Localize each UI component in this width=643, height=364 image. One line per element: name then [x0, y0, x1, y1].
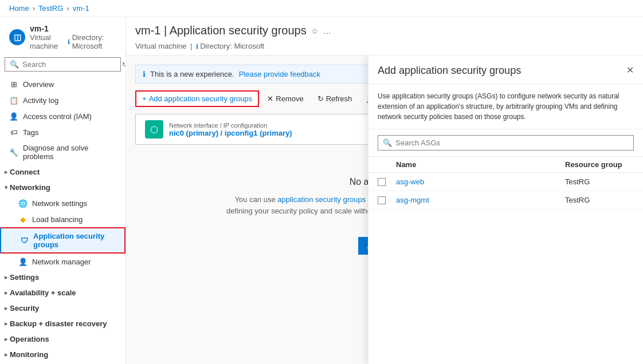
load-balancing-icon: ◆ [18, 215, 28, 224]
page-title: vm-1 | Application security groups [135, 24, 307, 37]
asg-search-input[interactable] [395, 139, 629, 147]
sidebar-vm-subtitle: Virtual machine ℹ Directory: Microsoft [30, 33, 116, 50]
add-asg-button[interactable]: + Add application security groups [135, 90, 259, 107]
sidebar: ◫ vm-1 Virtual machine ℹ Directory: Micr… [0, 17, 126, 364]
networking-chevron-icon [5, 184, 7, 191]
remove-label: Remove [276, 94, 303, 103]
sidebar-item-label: Load balancing [32, 215, 83, 224]
more-icon[interactable]: … [323, 26, 331, 35]
sidebar-item-diagnose[interactable]: 🔧 Diagnose and solve problems [0, 140, 126, 164]
app-security-groups-icon: 🛡 [19, 236, 29, 245]
breadcrumb-sep1: › [33, 4, 35, 13]
sidebar-item-label: Access control (IAM) [23, 112, 92, 121]
sidebar-section-label: Monitoring [10, 350, 48, 359]
sidebar-item-activity-log[interactable]: 📋 Activity log [0, 92, 126, 108]
asg-row-mgmt: asg-mgmt TestRG [368, 191, 643, 209]
search-action-icon: ↻ [122, 61, 126, 68]
sidebar-section-label: Connect [10, 168, 40, 176]
col-rg: Resource group [565, 160, 634, 169]
backup-dr-chevron-icon [5, 321, 7, 327]
asg-search-icon: 🔍 [383, 139, 392, 147]
breadcrumb-sep2: › [66, 4, 69, 13]
asg-web-checkbox[interactable] [378, 178, 386, 186]
tags-icon: 🏷 [9, 128, 18, 137]
asg-row-web: asg-web TestRG [368, 173, 643, 191]
sidebar-item-label: Tags [23, 128, 38, 137]
right-panel: Add application security groups ✕ Use ap… [368, 56, 643, 364]
nic-icon: ⬡ [145, 120, 163, 139]
sidebar-nav: ⊞ Overview 📋 Activity log 👤 Access contr… [0, 76, 126, 364]
nic-info: ⬡ Network interface / IP configuration n… [145, 120, 292, 139]
sidebar-item-network-settings[interactable]: 🌐 Network settings [0, 195, 126, 211]
nic-name[interactable]: nic0 (primary) / ipconfig1 (primary) [169, 129, 292, 137]
network-settings-icon: 🌐 [18, 199, 28, 208]
sidebar-section-label: Backup + disaster recovery [10, 319, 107, 328]
refresh-icon: ↻ [317, 94, 324, 103]
sidebar-section-networking[interactable]: Networking [0, 180, 126, 195]
remove-button[interactable]: ✕ Remove [261, 92, 309, 106]
star-icon[interactable]: ☆ [311, 26, 319, 35]
breadcrumb-home[interactable]: Home [9, 4, 29, 13]
sidebar-item-label: Network manager [32, 258, 91, 266]
banner-feedback-link[interactable]: Please provide feedback [239, 70, 320, 78]
sidebar-section-monitoring[interactable]: Monitoring [0, 347, 126, 362]
sidebar-item-tags[interactable]: 🏷 Tags [0, 124, 126, 140]
iam-icon: 👤 [9, 112, 18, 121]
sidebar-section-settings[interactable]: Settings [0, 270, 126, 285]
breadcrumb-vm[interactable]: vm-1 [73, 4, 89, 13]
right-panel-title: Add application security groups [378, 65, 521, 77]
security-chevron-icon [5, 305, 7, 311]
sidebar-item-label: Diagnose and solve problems [23, 144, 116, 161]
connect-chevron-icon [5, 169, 7, 175]
monitoring-chevron-icon [5, 351, 7, 358]
info-icon: ℹ [68, 38, 70, 46]
asg-mgmt-rg: TestRG [565, 196, 634, 204]
breadcrumb-rg[interactable]: TestRG [38, 4, 63, 13]
asg-web-name[interactable]: asg-web [396, 177, 565, 186]
sidebar-item-app-security-groups[interactable]: 🛡 Application security groups [0, 227, 126, 254]
asg-mgmt-name[interactable]: asg-mgmt [396, 196, 565, 204]
sidebar-search-box[interactable]: 🔍 ↻ « [5, 57, 121, 72]
content-subtitle: Virtual machine | ℹ Directory: Microsoft [135, 42, 634, 55]
sidebar-section-label: Networking [10, 183, 50, 192]
asg-table: Name Resource group asg-web TestRG [368, 157, 643, 364]
sidebar-item-load-balancing[interactable]: ◆ Load balancing [0, 211, 126, 227]
asg-table-header: Name Resource group [368, 157, 643, 173]
sidebar-item-overview[interactable]: ⊞ Overview [0, 76, 126, 92]
refresh-button[interactable]: ↻ Refresh [312, 92, 358, 106]
right-panel-header: Add application security groups ✕ [368, 56, 643, 84]
search-icon: 🔍 [10, 60, 19, 69]
right-panel-search: 🔍 [368, 129, 643, 157]
sidebar-section-backup-dr[interactable]: Backup + disaster recovery [0, 316, 126, 331]
empty-state-link[interactable]: application security groups [277, 195, 366, 204]
sidebar-section-label: Availability + scale [10, 288, 76, 297]
activity-log-icon: 📋 [9, 96, 18, 105]
sidebar-item-iam[interactable]: 👤 Access control (IAM) [0, 108, 126, 124]
diagnose-icon: 🔧 [9, 148, 18, 157]
close-panel-button[interactable]: ✕ [626, 65, 634, 76]
add-icon: + [142, 94, 147, 103]
add-asg-label: Add application security groups [149, 94, 253, 103]
asg-mgmt-checkbox[interactable] [378, 196, 386, 204]
network-manager-icon: 👤 [18, 257, 28, 266]
content-header: vm-1 | Application security groups ☆ … V… [126, 17, 643, 56]
operations-chevron-icon [5, 336, 7, 342]
asg-search-box[interactable]: 🔍 [378, 135, 634, 151]
remove-icon: ✕ [267, 94, 273, 103]
subtitle-info-icon: ℹ [196, 43, 198, 50]
sidebar-vm-title: vm-1 [30, 24, 116, 33]
sidebar-section-operations[interactable]: Operations [0, 331, 126, 347]
sidebar-item-network-manager[interactable]: 👤 Network manager [0, 254, 126, 270]
banner-text: This is a new experience. [150, 70, 234, 78]
content-area: vm-1 | Application security groups ☆ … V… [126, 17, 643, 364]
sidebar-section-security[interactable]: Security [0, 300, 126, 316]
sidebar-item-label: Application security groups [33, 232, 115, 249]
vm-icon: ◫ [9, 29, 25, 45]
col-name: Name [396, 160, 565, 169]
sidebar-section-avail-scale[interactable]: Availability + scale [0, 285, 126, 300]
nic-label: Network interface / IP configuration [169, 122, 292, 129]
sidebar-item-label: Activity log [23, 96, 58, 105]
search-input[interactable] [22, 60, 119, 69]
sidebar-section-connect[interactable]: Connect [0, 164, 126, 180]
sidebar-item-label: Network settings [32, 199, 87, 208]
